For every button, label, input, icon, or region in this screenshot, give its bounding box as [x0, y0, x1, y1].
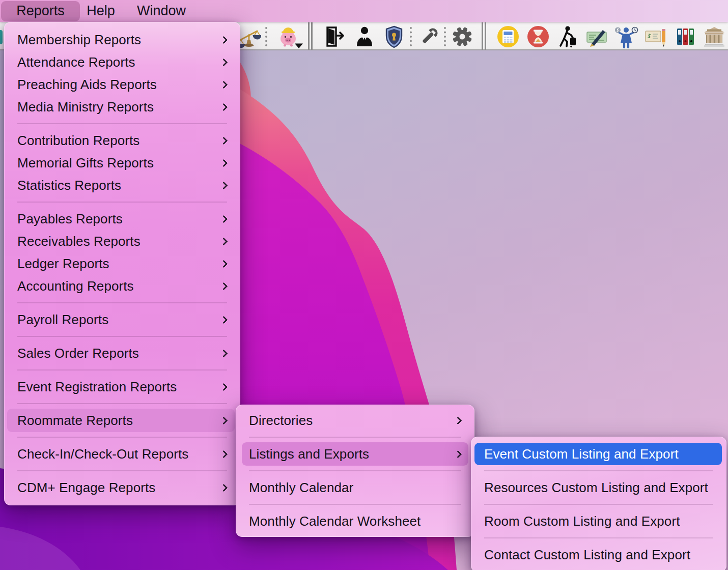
menu-item-check-in-check-out-reports[interactable]: Check-In/Check-Out Reports — [4, 443, 240, 465]
menu-item-sales-order-reports[interactable]: Sales Order Reports — [4, 342, 240, 364]
gear-icon[interactable] — [450, 24, 474, 49]
chevron-right-icon — [220, 260, 228, 268]
piggy-bank-icon[interactable] — [276, 24, 305, 49]
wrench-icon[interactable] — [417, 24, 441, 49]
menu-item-label: Monthly Calendar — [249, 480, 353, 496]
toolbar-divider-dotted — [265, 27, 267, 46]
menu-item-membership-reports[interactable]: Membership Reports — [4, 28, 240, 51]
menu-item-accounting-reports[interactable]: Accounting Reports — [4, 275, 240, 297]
binders-icon[interactable] — [674, 24, 698, 49]
menu-item-label: Contact Custom Listing and Export — [484, 547, 690, 563]
menu-separator — [4, 465, 240, 476]
hourglass-icon[interactable] — [526, 24, 550, 49]
menu-item-contribution-reports[interactable]: Contribution Reports — [4, 129, 240, 152]
menu-item-receivables-reports[interactable]: Receivables Reports — [4, 230, 240, 252]
menu-separator — [4, 432, 240, 443]
roommate-reports-submenu: Directories Listings and Exports Monthly… — [236, 405, 474, 537]
menu-item-event-registration-reports[interactable]: Event Registration Reports — [4, 376, 240, 398]
menu-item-label: Room Custom Listing and Export — [484, 514, 680, 529]
reports-menu: Membership Reports Attendance Reports Pr… — [4, 22, 240, 505]
menu-item-label: Roommate Reports — [17, 413, 133, 429]
menubar-item-window[interactable]: Window — [122, 1, 201, 21]
security-shield-icon[interactable] — [382, 24, 406, 49]
menu-item-label: Event Custom Listing and Export — [484, 446, 679, 462]
menu-item-event-custom-listing-and-export[interactable]: Event Custom Listing and Export — [471, 443, 726, 465]
chevron-right-icon — [220, 159, 228, 167]
menu-item-resources-custom-listing-and-export[interactable]: Resources Custom Listing and Export — [471, 476, 726, 499]
menu-separator — [4, 331, 240, 342]
menu-item-contact-custom-listing-and-export[interactable]: Contact Custom Listing and Export — [471, 544, 726, 566]
menu-item-monthly-calendar-worksheet[interactable]: Monthly Calendar Worksheet — [236, 510, 474, 532]
menu-separator — [471, 465, 726, 476]
menu-separator — [4, 364, 240, 376]
person-icon[interactable] — [352, 24, 377, 49]
chevron-right-icon — [220, 237, 228, 245]
menubar-item-label: Reports — [16, 3, 65, 19]
menu-item-label: Payables Reports — [17, 211, 123, 227]
menu-item-label: Directories — [249, 413, 313, 429]
menubar-item-reports[interactable]: Reports — [1, 1, 80, 21]
menubar-item-label: Help — [87, 3, 115, 19]
menu-item-label: Contribution Reports — [17, 133, 139, 149]
check-register-icon[interactable] — [643, 24, 668, 49]
menu-item-room-custom-listing-and-export[interactable]: Room Custom Listing and Export — [471, 510, 726, 532]
menu-item-payroll-reports[interactable]: Payroll Reports — [4, 308, 240, 331]
menubar-item-label: Window — [137, 3, 186, 19]
menu-separator — [236, 432, 474, 443]
menu-item-label: Ledger Reports — [17, 256, 109, 272]
menu-item-label: CDM+ Engage Reports — [17, 480, 155, 496]
menu-item-label: Accounting Reports — [17, 278, 134, 294]
toolbar-divider-dotted — [410, 27, 412, 46]
menu-item-preaching-aids-reports[interactable]: Preaching Aids Reports — [4, 73, 240, 96]
chevron-right-icon — [220, 136, 228, 145]
traveler-icon[interactable] — [554, 24, 579, 49]
menu-item-memorial-gifts-reports[interactable]: Memorial Gifts Reports — [4, 152, 240, 174]
menu-item-label: Sales Order Reports — [17, 346, 139, 361]
menu-item-label: Check-In/Check-Out Reports — [17, 446, 188, 462]
menu-item-label: Receivables Reports — [17, 234, 141, 249]
menu-item-label: Membership Reports — [17, 32, 141, 48]
chevron-right-icon — [220, 483, 228, 492]
menu-separator — [236, 499, 474, 510]
chevron-right-icon — [220, 80, 228, 89]
toolbar-divider-double — [308, 22, 313, 50]
menu-item-statistics-reports[interactable]: Statistics Reports — [4, 174, 240, 196]
scales-icon[interactable] — [237, 24, 261, 49]
partial-toolbar-icon — [0, 30, 3, 44]
chevron-right-icon — [220, 181, 228, 189]
menu-separator — [236, 465, 474, 476]
menu-item-label: Listings and Exports — [249, 446, 369, 462]
menu-separator — [4, 297, 240, 308]
menu-item-ledger-reports[interactable]: Ledger Reports — [4, 252, 240, 275]
menu-item-attendance-reports[interactable]: Attendance Reports — [4, 51, 240, 73]
menu-separator — [4, 398, 240, 409]
menu-item-directories[interactable]: Directories — [236, 409, 474, 432]
menu-item-media-ministry-reports[interactable]: Media Ministry Reports — [4, 96, 240, 118]
menu-separator — [4, 118, 240, 129]
menu-item-cdm-engage-reports[interactable]: CDM+ Engage Reports — [4, 476, 240, 499]
bank-icon[interactable] — [702, 24, 726, 49]
menu-item-monthly-calendar[interactable]: Monthly Calendar — [236, 476, 474, 499]
chevron-right-icon — [220, 58, 228, 66]
menubar-item-help[interactable]: Help — [81, 1, 121, 21]
menu-bar: Reports Help Window — [0, 0, 728, 22]
payroll-icon[interactable] — [614, 24, 638, 49]
menu-item-label: Payroll Reports — [17, 312, 108, 328]
chevron-right-icon — [454, 416, 462, 424]
menu-item-payables-reports[interactable]: Payables Reports — [4, 208, 240, 230]
menu-item-label: Statistics Reports — [17, 178, 121, 193]
check-writing-icon[interactable] — [584, 24, 609, 49]
calculator-icon[interactable] — [496, 24, 520, 49]
menu-item-label: Preaching Aids Reports — [17, 77, 157, 93]
menu-item-label: Resources Custom Listing and Export — [484, 480, 708, 496]
chevron-right-icon — [220, 103, 228, 111]
toolbar-divider-dotted — [444, 27, 446, 46]
menu-item-roommate-reports[interactable]: Roommate Reports — [4, 409, 240, 432]
chevron-right-icon — [220, 383, 228, 391]
menu-separator — [4, 196, 240, 208]
menu-item-listings-and-exports[interactable]: Listings and Exports — [236, 443, 474, 465]
chevron-right-icon — [220, 282, 228, 290]
menu-item-label: Attendance Reports — [17, 54, 135, 70]
menu-item-label: Event Registration Reports — [17, 379, 177, 395]
exit-door-icon[interactable] — [322, 24, 347, 49]
